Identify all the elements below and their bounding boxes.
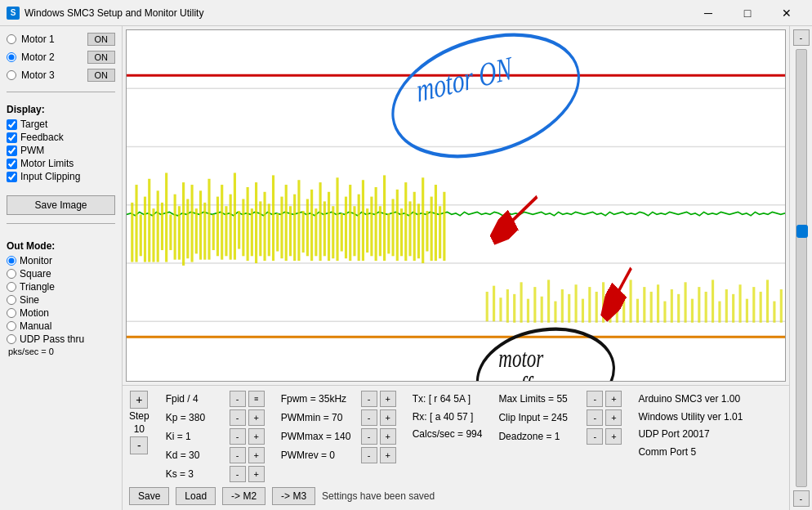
svg-text:motor: motor	[498, 343, 543, 373]
fpwm-minus[interactable]: -	[361, 391, 377, 407]
svg-rect-114	[705, 292, 707, 323]
fpid-label: Fpid / 4	[166, 393, 227, 405]
pwmmax-plus[interactable]: +	[380, 428, 396, 445]
motor1-radio[interactable]	[7, 34, 16, 44]
tx-rx-block: Tx: [ r 64 5A ] Rx: [ a 40 57 ] Calcs/se…	[413, 391, 483, 444]
ki-label: Ki = 1	[166, 431, 227, 442]
rx-label: Rx: [ a 40 57 ]	[413, 409, 483, 427]
outmode-manual-radio[interactable]	[7, 321, 16, 331]
outmode-sine-radio[interactable]	[7, 295, 16, 305]
motorlimits-checkbox[interactable]	[7, 159, 17, 169]
ki-plus[interactable]: +	[248, 428, 265, 445]
inputclipping-label: Input Clipping	[20, 171, 80, 182]
right-panel: - -	[789, 26, 812, 510]
svg-rect-22	[191, 185, 194, 262]
ks-plus[interactable]: +	[248, 466, 265, 482]
clipinput-plus[interactable]: +	[605, 409, 622, 426]
pwmmin-minus[interactable]: -	[361, 409, 377, 426]
svg-rect-12	[148, 179, 150, 262]
kp-row: Kp = 380 - +	[166, 409, 265, 426]
ks-minus[interactable]: -	[230, 466, 246, 482]
send-m2-button[interactable]: -> M2	[222, 487, 265, 505]
kd-minus[interactable]: -	[230, 447, 246, 463]
pwm-row: PWM	[7, 145, 115, 156]
send-m3-button[interactable]: -> M3	[272, 487, 315, 505]
motor3-radio[interactable]	[7, 70, 16, 80]
motor2-radio[interactable]	[7, 52, 16, 62]
inputclipping-row: Input Clipping	[7, 171, 115, 182]
title-bar: S Windows SMC3 Setup and Monitor Utility…	[0, 0, 812, 26]
kp-plus[interactable]: +	[248, 409, 265, 426]
pwmmin-row: PWMmin = 70 - +	[281, 409, 396, 426]
kd-row: Kd = 30 - +	[166, 447, 265, 463]
pwmrev-minus[interactable]: -	[361, 447, 377, 463]
maxlimits-minus[interactable]: -	[587, 391, 603, 407]
outmode-triangle-radio[interactable]	[7, 282, 16, 292]
step-minus-button[interactable]: -	[130, 436, 148, 454]
maxlimits-plus[interactable]: +	[605, 391, 622, 407]
load-button[interactable]: Load	[176, 487, 216, 505]
ki-minus[interactable]: -	[230, 428, 246, 445]
svg-rect-117	[725, 289, 728, 323]
svg-rect-63	[366, 208, 368, 253]
svg-rect-96	[582, 299, 584, 323]
scroll-track[interactable]	[796, 49, 807, 487]
pwm-label: PWM	[20, 145, 44, 156]
kp-minus[interactable]: -	[230, 409, 246, 426]
step-plus-button[interactable]: +	[130, 391, 148, 409]
deadzone-minus[interactable]: -	[587, 428, 603, 445]
svg-rect-20	[182, 182, 185, 266]
minimize-button[interactable]: ─	[689, 0, 727, 26]
svg-rect-36	[251, 208, 253, 256]
fpid-extra[interactable]: ≡	[248, 391, 265, 407]
svg-rect-85	[506, 289, 509, 323]
save-image-button[interactable]: Save Image	[7, 195, 115, 215]
target-checkbox[interactable]	[7, 119, 17, 130]
svg-rect-69	[391, 199, 394, 257]
window-controls: ─ □ ✕	[689, 0, 805, 26]
svg-rect-79	[435, 185, 437, 261]
svg-rect-118	[732, 294, 734, 323]
svg-rect-71	[400, 208, 403, 256]
svg-rect-39	[263, 192, 265, 261]
fpwm-plus[interactable]: +	[380, 391, 396, 407]
scroll-thumb	[796, 225, 808, 238]
outmode-square-radio[interactable]	[7, 269, 16, 279]
outmode-motion-row: Motion	[7, 307, 115, 319]
arduino-version: Arduino SMC3 ver 1.00	[638, 391, 743, 409]
feedback-checkbox[interactable]	[7, 132, 17, 143]
svg-rect-113	[698, 287, 700, 323]
pwm-checkbox[interactable]	[7, 145, 17, 156]
save-button[interactable]: Save	[129, 487, 169, 505]
svg-rect-35	[247, 187, 249, 261]
motor2-on-button[interactable]: ON	[87, 51, 116, 64]
calcs-label: Calcs/sec = 994	[413, 426, 483, 444]
motor3-on-button[interactable]: ON	[87, 69, 116, 82]
fpid-minus[interactable]: -	[230, 391, 246, 407]
inputclipping-checkbox[interactable]	[7, 172, 17, 182]
scroll-down-button[interactable]: -	[793, 490, 810, 507]
maximize-button[interactable]: □	[729, 0, 766, 26]
svg-rect-75	[417, 204, 420, 258]
close-button[interactable]: ✕	[768, 0, 805, 26]
outmode-udp-row: UDP Pass thru	[7, 333, 115, 345]
kd-plus[interactable]: +	[248, 447, 265, 463]
svg-rect-56	[336, 177, 338, 261]
pwmmax-minus[interactable]: -	[361, 428, 377, 445]
clipinput-minus[interactable]: -	[587, 409, 603, 426]
pwmmin-plus[interactable]: +	[380, 409, 396, 426]
svg-rect-28	[216, 197, 219, 257]
outmode-square-row: Square	[7, 268, 115, 280]
outmode-monitor-radio[interactable]	[7, 256, 16, 266]
svg-rect-16	[165, 173, 167, 262]
svg-rect-105	[643, 287, 645, 323]
deadzone-plus[interactable]: +	[605, 428, 622, 445]
outmode-udp-radio[interactable]	[7, 334, 16, 344]
motor1-on-button[interactable]: ON	[87, 33, 116, 46]
fpwm-row: Fpwm = 35kHz - +	[281, 391, 396, 407]
scroll-up-button[interactable]: -	[793, 29, 810, 46]
svg-rect-66	[379, 206, 381, 256]
pwmrev-plus[interactable]: +	[380, 447, 396, 463]
outmode-motion-radio[interactable]	[7, 308, 16, 318]
svg-rect-49	[306, 199, 309, 257]
